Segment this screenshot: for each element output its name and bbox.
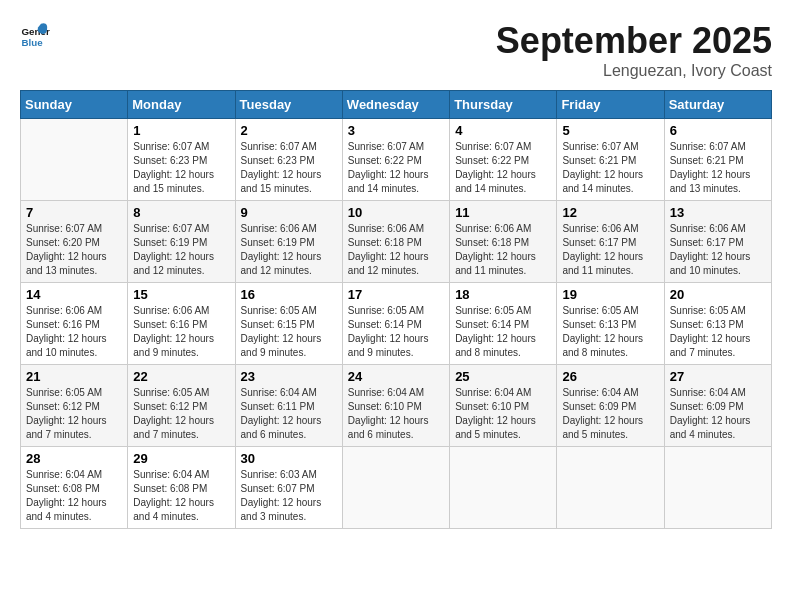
calendar-cell: 7Sunrise: 6:07 AMSunset: 6:20 PMDaylight…: [21, 201, 128, 283]
calendar-cell: [450, 447, 557, 529]
calendar-cell: 19Sunrise: 6:05 AMSunset: 6:13 PMDayligh…: [557, 283, 664, 365]
day-info: Sunrise: 6:04 AMSunset: 6:09 PMDaylight:…: [670, 386, 766, 442]
day-info: Sunrise: 6:05 AMSunset: 6:13 PMDaylight:…: [562, 304, 658, 360]
day-info: Sunrise: 6:07 AMSunset: 6:23 PMDaylight:…: [133, 140, 229, 196]
day-number: 16: [241, 287, 337, 302]
day-info: Sunrise: 6:07 AMSunset: 6:22 PMDaylight:…: [455, 140, 551, 196]
calendar-cell: 27Sunrise: 6:04 AMSunset: 6:09 PMDayligh…: [664, 365, 771, 447]
calendar-cell: 8Sunrise: 6:07 AMSunset: 6:19 PMDaylight…: [128, 201, 235, 283]
day-number: 25: [455, 369, 551, 384]
calendar-cell: 28Sunrise: 6:04 AMSunset: 6:08 PMDayligh…: [21, 447, 128, 529]
location: Lenguezan, Ivory Coast: [496, 62, 772, 80]
day-info: Sunrise: 6:04 AMSunset: 6:10 PMDaylight:…: [455, 386, 551, 442]
day-info: Sunrise: 6:07 AMSunset: 6:21 PMDaylight:…: [670, 140, 766, 196]
calendar-cell: 14Sunrise: 6:06 AMSunset: 6:16 PMDayligh…: [21, 283, 128, 365]
day-info: Sunrise: 6:04 AMSunset: 6:08 PMDaylight:…: [26, 468, 122, 524]
col-header-tuesday: Tuesday: [235, 91, 342, 119]
day-info: Sunrise: 6:06 AMSunset: 6:16 PMDaylight:…: [133, 304, 229, 360]
day-info: Sunrise: 6:06 AMSunset: 6:17 PMDaylight:…: [562, 222, 658, 278]
calendar-cell: [557, 447, 664, 529]
day-number: 27: [670, 369, 766, 384]
day-number: 4: [455, 123, 551, 138]
day-number: 12: [562, 205, 658, 220]
day-info: Sunrise: 6:07 AMSunset: 6:21 PMDaylight:…: [562, 140, 658, 196]
day-info: Sunrise: 6:05 AMSunset: 6:15 PMDaylight:…: [241, 304, 337, 360]
col-header-sunday: Sunday: [21, 91, 128, 119]
day-info: Sunrise: 6:07 AMSunset: 6:19 PMDaylight:…: [133, 222, 229, 278]
logo-icon: General Blue: [20, 20, 50, 50]
col-header-saturday: Saturday: [664, 91, 771, 119]
day-number: 14: [26, 287, 122, 302]
day-number: 3: [348, 123, 444, 138]
week-row-2: 7Sunrise: 6:07 AMSunset: 6:20 PMDaylight…: [21, 201, 772, 283]
day-number: 20: [670, 287, 766, 302]
calendar-cell: 22Sunrise: 6:05 AMSunset: 6:12 PMDayligh…: [128, 365, 235, 447]
day-info: Sunrise: 6:05 AMSunset: 6:14 PMDaylight:…: [455, 304, 551, 360]
day-number: 28: [26, 451, 122, 466]
week-row-5: 28Sunrise: 6:04 AMSunset: 6:08 PMDayligh…: [21, 447, 772, 529]
day-number: 11: [455, 205, 551, 220]
calendar-cell: 11Sunrise: 6:06 AMSunset: 6:18 PMDayligh…: [450, 201, 557, 283]
calendar-cell: 10Sunrise: 6:06 AMSunset: 6:18 PMDayligh…: [342, 201, 449, 283]
calendar-cell: 13Sunrise: 6:06 AMSunset: 6:17 PMDayligh…: [664, 201, 771, 283]
day-number: 9: [241, 205, 337, 220]
day-number: 1: [133, 123, 229, 138]
day-number: 7: [26, 205, 122, 220]
calendar-cell: 29Sunrise: 6:04 AMSunset: 6:08 PMDayligh…: [128, 447, 235, 529]
day-number: 15: [133, 287, 229, 302]
calendar-table: SundayMondayTuesdayWednesdayThursdayFrid…: [20, 90, 772, 529]
day-info: Sunrise: 6:06 AMSunset: 6:18 PMDaylight:…: [348, 222, 444, 278]
calendar-cell: 9Sunrise: 6:06 AMSunset: 6:19 PMDaylight…: [235, 201, 342, 283]
col-header-monday: Monday: [128, 91, 235, 119]
calendar-cell: 3Sunrise: 6:07 AMSunset: 6:22 PMDaylight…: [342, 119, 449, 201]
calendar-cell: 15Sunrise: 6:06 AMSunset: 6:16 PMDayligh…: [128, 283, 235, 365]
calendar-cell: 5Sunrise: 6:07 AMSunset: 6:21 PMDaylight…: [557, 119, 664, 201]
calendar-cell: 23Sunrise: 6:04 AMSunset: 6:11 PMDayligh…: [235, 365, 342, 447]
day-number: 5: [562, 123, 658, 138]
day-number: 30: [241, 451, 337, 466]
day-number: 29: [133, 451, 229, 466]
day-number: 26: [562, 369, 658, 384]
day-number: 23: [241, 369, 337, 384]
day-number: 22: [133, 369, 229, 384]
calendar-cell: 12Sunrise: 6:06 AMSunset: 6:17 PMDayligh…: [557, 201, 664, 283]
day-info: Sunrise: 6:06 AMSunset: 6:19 PMDaylight:…: [241, 222, 337, 278]
day-number: 24: [348, 369, 444, 384]
day-number: 19: [562, 287, 658, 302]
calendar-cell: 25Sunrise: 6:04 AMSunset: 6:10 PMDayligh…: [450, 365, 557, 447]
calendar-cell: [664, 447, 771, 529]
calendar-cell: 4Sunrise: 6:07 AMSunset: 6:22 PMDaylight…: [450, 119, 557, 201]
day-number: 2: [241, 123, 337, 138]
day-info: Sunrise: 6:03 AMSunset: 6:07 PMDaylight:…: [241, 468, 337, 524]
day-number: 13: [670, 205, 766, 220]
day-info: Sunrise: 6:05 AMSunset: 6:14 PMDaylight:…: [348, 304, 444, 360]
day-info: Sunrise: 6:06 AMSunset: 6:18 PMDaylight:…: [455, 222, 551, 278]
svg-text:Blue: Blue: [22, 37, 44, 48]
day-info: Sunrise: 6:06 AMSunset: 6:16 PMDaylight:…: [26, 304, 122, 360]
day-number: 18: [455, 287, 551, 302]
day-number: 21: [26, 369, 122, 384]
calendar-cell: 18Sunrise: 6:05 AMSunset: 6:14 PMDayligh…: [450, 283, 557, 365]
calendar-cell: 2Sunrise: 6:07 AMSunset: 6:23 PMDaylight…: [235, 119, 342, 201]
day-info: Sunrise: 6:05 AMSunset: 6:12 PMDaylight:…: [133, 386, 229, 442]
col-header-wednesday: Wednesday: [342, 91, 449, 119]
day-info: Sunrise: 6:06 AMSunset: 6:17 PMDaylight:…: [670, 222, 766, 278]
day-info: Sunrise: 6:07 AMSunset: 6:20 PMDaylight:…: [26, 222, 122, 278]
day-info: Sunrise: 6:04 AMSunset: 6:11 PMDaylight:…: [241, 386, 337, 442]
month-title: September 2025: [496, 20, 772, 62]
calendar-cell: 16Sunrise: 6:05 AMSunset: 6:15 PMDayligh…: [235, 283, 342, 365]
header-row: SundayMondayTuesdayWednesdayThursdayFrid…: [21, 91, 772, 119]
calendar-cell: 6Sunrise: 6:07 AMSunset: 6:21 PMDaylight…: [664, 119, 771, 201]
calendar-cell: [21, 119, 128, 201]
day-info: Sunrise: 6:04 AMSunset: 6:09 PMDaylight:…: [562, 386, 658, 442]
calendar-cell: 21Sunrise: 6:05 AMSunset: 6:12 PMDayligh…: [21, 365, 128, 447]
title-block: September 2025 Lenguezan, Ivory Coast: [496, 20, 772, 80]
calendar-cell: 24Sunrise: 6:04 AMSunset: 6:10 PMDayligh…: [342, 365, 449, 447]
day-info: Sunrise: 6:05 AMSunset: 6:12 PMDaylight:…: [26, 386, 122, 442]
day-info: Sunrise: 6:07 AMSunset: 6:22 PMDaylight:…: [348, 140, 444, 196]
calendar-cell: 30Sunrise: 6:03 AMSunset: 6:07 PMDayligh…: [235, 447, 342, 529]
col-header-thursday: Thursday: [450, 91, 557, 119]
day-number: 8: [133, 205, 229, 220]
calendar-cell: 1Sunrise: 6:07 AMSunset: 6:23 PMDaylight…: [128, 119, 235, 201]
calendar-cell: [342, 447, 449, 529]
